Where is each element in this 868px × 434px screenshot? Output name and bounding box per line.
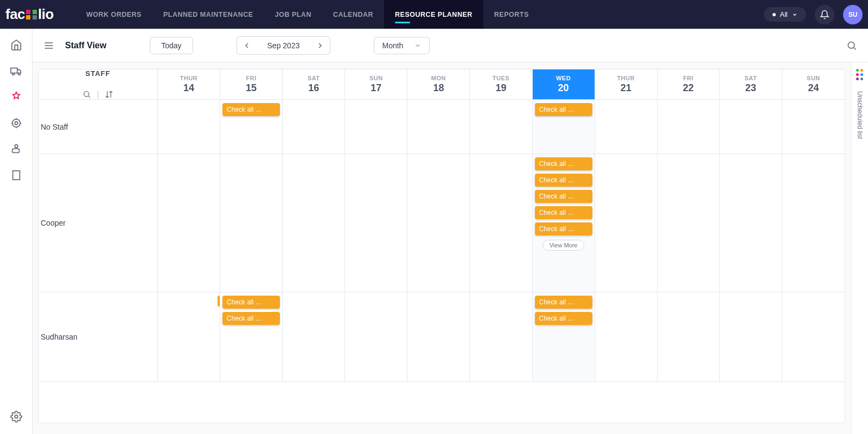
nav-tab-work-orders[interactable]: WORK ORDERS [75,0,152,29]
notifications-button[interactable] [815,5,834,24]
bell-icon [820,10,829,20]
status-dot-icon [773,13,776,16]
brand-logo[interactable]: fac lio [5,6,54,23]
user-avatar[interactable]: SU [843,5,863,24]
nav-tab-job-plan[interactable]: JOB PLAN [264,0,322,29]
nav-tab-resource-planner[interactable]: RESOURCE PLANNER [384,0,483,29]
nav-tab-reports[interactable]: REPORTS [483,0,540,29]
filter-all-label: All [780,10,788,18]
nav-tab-planned-maintenance[interactable]: PLANNED MAINTENANCE [152,0,264,29]
filter-all-pill[interactable]: All [764,7,806,22]
nav-tab-calendar[interactable]: CALENDAR [322,0,384,29]
nav-tabs: WORK ORDERSPLANNED MAINTENANCEJOB PLANCA… [75,0,540,29]
chevron-down-icon [792,12,797,17]
top-nav: fac lio WORK ORDERSPLANNED MAINTENANCEJO… [0,0,868,29]
